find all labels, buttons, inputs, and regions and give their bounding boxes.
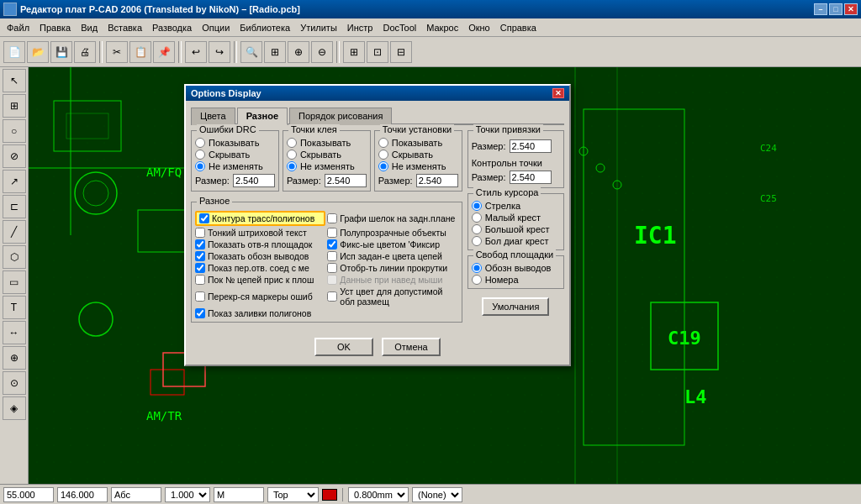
route-tool[interactable]: ↗ [3,170,26,193]
misc-item-9[interactable]: Отобр-ть линии прокрутки [327,263,457,273]
menu-options[interactable]: Опции [197,21,235,34]
misc-item-2[interactable]: Тонкий штриховой текст [195,228,325,238]
menu-insert[interactable]: Вставка [103,21,147,34]
menu-doctool[interactable]: DocTool [378,21,421,34]
misc-item-4[interactable]: Показать отв-я площадок [195,239,325,249]
drill-tool[interactable]: ⊙ [3,371,26,395]
install-options: Показывать Скрывать Не изм [378,134,458,171]
cursor-large-cross[interactable]: Большой крест [472,224,560,234]
place-pad[interactable]: ○ [3,119,26,143]
misc-item-13[interactable]: Уст цвет для допустимой обл размещ [327,286,457,307]
misc-item-5[interactable]: Фикс-ые цветом 'Фиксир [327,239,457,249]
layer-select[interactable]: Top Bottom [267,487,319,502]
glue-nochange[interactable]: Не изменять [287,161,367,171]
3d-view[interactable]: ◈ [3,396,26,420]
misc-item-0[interactable]: Контура трасс/полигонов [195,211,325,226]
copy-btn[interactable]: 📋 [129,41,151,63]
redo-btn[interactable]: ↪ [209,41,230,63]
new-btn[interactable]: 📄 [3,41,25,63]
maximize-button[interactable]: □ [829,3,843,15]
draw-poly[interactable]: ⬡ [3,245,26,269]
toolbar-sep-2 [178,41,182,63]
misc-item-7[interactable]: Исп задан-е цвета цепей [327,251,457,261]
minimize-button[interactable]: – [814,3,827,15]
defaults-button[interactable]: Умолчания [482,297,549,316]
dialog-overlay: Options Display ✕ Цвета Разное Порядок р… [29,67,861,484]
close-button[interactable]: ✕ [844,3,858,15]
select-tool[interactable]: ↖ [3,69,26,92]
misc-item-6[interactable]: Показать обозн выводов [195,251,325,261]
zoomout-btn[interactable]: ⊖ [311,41,333,63]
zoom-select[interactable]: 1.000 [165,487,210,502]
status-m-field: M [214,487,264,502]
zoom-area[interactable]: ⊕ [3,346,26,370]
menu-route[interactable]: Разводка [147,21,197,34]
menu-utils[interactable]: Утилиты [295,21,342,34]
cursor-diag-cross[interactable]: Бол диаг крест [472,236,560,246]
draw-line[interactable]: ╱ [3,220,26,244]
cursor-arrow[interactable]: Стрелка [472,201,560,211]
misc-item-10[interactable]: Пок № цепей прис к плош [195,275,325,285]
save-btn[interactable]: 💾 [50,41,72,63]
glue-hide[interactable]: Скрывать [287,150,367,160]
menu-window[interactable]: Окно [463,21,495,34]
install-show[interactable]: Показывать [378,138,458,148]
dialog-title-bar: Options Display ✕ [186,86,569,101]
menu-macro[interactable]: Макрос [421,21,463,34]
place-comp[interactable]: ⊞ [3,94,26,118]
install-hide[interactable]: Скрывать [378,150,458,160]
paste-btn[interactable]: 📌 [153,41,175,63]
cut-btn[interactable]: ✂ [106,41,128,63]
misc-item-8[interactable]: Показ пер.отв. соед с ме [195,263,325,273]
menu-edit[interactable]: Правка [34,21,76,34]
undo-btn[interactable]: ↩ [185,41,207,63]
cancel-button[interactable]: Отмена [382,338,441,356]
cursor-small-cross[interactable]: Малый крест [472,213,560,223]
anchor-size-input[interactable] [510,139,552,153]
route-single[interactable]: ⊏ [3,195,26,218]
install-nochange[interactable]: Не изменять [378,161,458,171]
canvas-area[interactable]: AM/FQ AM/TR IC1 C19 L4 C24 C25 [29,67,861,484]
menu-tools[interactable]: Инстр [342,21,378,34]
misc-item-1[interactable]: Графи шелок на задн.плане [327,211,457,226]
drc-nochange[interactable]: Не изменять [195,161,275,171]
ok-button[interactable]: OK [314,338,373,356]
menu-view[interactable]: Вид [76,21,103,34]
print-btn[interactable]: 🖨 [74,41,96,63]
glue-show[interactable]: Показывать [287,138,367,148]
menu-library[interactable]: Библиотека [235,21,295,34]
control-size-input[interactable] [510,171,552,184]
drc-size-input[interactable] [233,174,275,187]
install-size-input[interactable] [416,174,458,187]
freedom-pin-name[interactable]: Обозн выводов [472,263,560,273]
options-display-dialog: Options Display ✕ Цвета Разное Порядок р… [184,84,571,366]
freedom-number[interactable]: Номера [472,275,560,285]
place-text[interactable]: T [3,296,26,319]
menu-help[interactable]: Справка [495,21,541,34]
thickness-select[interactable]: 0.800mm [348,487,409,502]
glue-size-input[interactable] [325,174,367,187]
drc-hide[interactable]: Скрывать [195,150,275,160]
tab-colors[interactable]: Цвета [191,108,235,125]
menu-file[interactable]: Файл [2,21,34,34]
dialog-close-button[interactable]: ✕ [552,88,564,98]
zoomin-btn[interactable]: ⊕ [288,41,309,63]
zoomfit-btn[interactable]: ⊞ [264,41,286,63]
net-select[interactable]: (None) [412,487,462,502]
grid-btn[interactable]: ⊞ [343,41,365,63]
draw-rect[interactable]: ▭ [3,270,26,294]
measure-tool[interactable]: ↔ [3,321,26,344]
misc-item-3[interactable]: Полупрозрачные объекты [327,228,457,238]
tab-draw-order[interactable]: Порядок рисования [289,108,392,125]
cursor-btn[interactable]: ⊟ [390,41,412,63]
drc-show[interactable]: Показывать [195,138,275,148]
tab-misc[interactable]: Разное [237,108,288,125]
misc-item-14[interactable]: Показ заливки полигонов [195,308,325,318]
open-btn[interactable]: 📂 [27,41,49,63]
misc-item-12[interactable]: Перекр-ся маркеры ошиб [195,286,325,307]
zoom-btn[interactable]: 🔍 [240,41,262,63]
place-line[interactable]: ⊘ [3,144,26,168]
cursor-options: Стрелка Малый крест Большой крест [472,197,560,246]
app-icon [3,3,17,16]
snap-btn[interactable]: ⊡ [367,41,388,63]
